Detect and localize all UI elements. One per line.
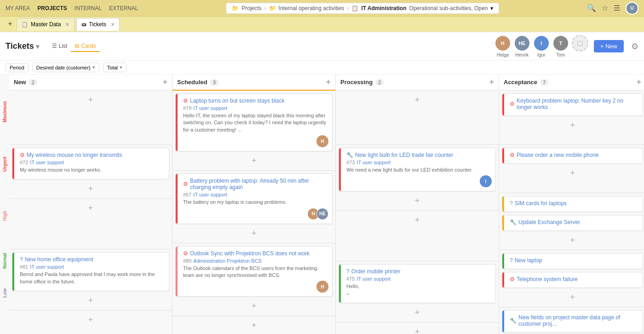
swimlane-labels: Maximum Urgent High Normal Low [0,75,9,334]
kanban-columns: New 2 + + ⚙ My wireless mouse no longer … [9,75,644,334]
add-assignee-button[interactable]: □ [572,35,588,52]
card-wireless-mouse[interactable]: ⚙ My wireless mouse no longer transmits … [12,148,169,179]
add-card-processing-urgent[interactable]: + [339,194,496,207]
add-card-acceptance-high[interactable]: + [502,234,643,247]
cell-acceptance-high: ? SIM cards for laptops 🔧 Update Exchang… [499,193,644,250]
tab-tickets[interactable]: 🎟 Tickets × [76,18,120,31]
column-processing: Processing 2 + + 🔧 New light bulb for LE… [336,75,499,334]
card-title: ⚙ Outlook Sync with Projektron BCS does … [183,250,328,257]
nav-external[interactable]: EXTERNAL [109,5,138,12]
nav-my-area[interactable]: MY AREA [6,5,30,12]
card-body: The Outlook calendars of the BCS users f… [183,265,328,279]
card-mobile-printer[interactable]: ? Order mobile printer #75 IT user suppo… [339,264,496,303]
priority-bar [176,174,178,223]
add-card-acceptance-normal[interactable]: + [502,291,643,304]
nav-internal[interactable]: INTERNAL [75,5,102,12]
avatar-henrik[interactable]: HE Henrik [514,35,530,58]
col-processing-add[interactable]: + [489,77,494,87]
avatar-helga[interactable]: H Helga [494,35,511,58]
add-card-new-urgent[interactable]: + [12,182,169,196]
breadcrumb-projects[interactable]: Projects [242,5,261,12]
cell-acceptance-urgent: ⚙ Please order a new mobile phone + [499,145,644,193]
card-title: ⚙ Please order a new mobile phone [510,152,639,158]
card-title: ? New laptop [510,257,639,264]
filter-settings-button[interactable]: ⚙ [631,41,638,52]
tab-add-button[interactable]: + [4,18,17,31]
add-card-new-low[interactable]: + [12,313,169,327]
add-card-scheduled-maximum[interactable]: + [175,154,333,167]
breadcrumb-internal[interactable]: Internal operating activities [279,5,345,12]
card-title-icon: ? [20,256,23,263]
card-outlook-sync[interactable]: ⚙ Outlook Sync with Projektron BCS does … [175,246,333,297]
breadcrumb-current[interactable]: IT Administration [361,5,406,12]
filter-period[interactable]: Period [6,63,29,72]
user-avatar[interactable]: U [626,2,638,15]
card-exchange-server[interactable]: 🔧 Update Exchange Server [502,215,643,231]
col-acceptance-count: 7 [540,79,548,86]
add-card-processing-high[interactable]: + [339,213,496,227]
add-card-scheduled-urgent[interactable]: + [175,227,333,240]
tab-master-data-close[interactable]: × [65,21,69,28]
avatar-igor[interactable]: I Igor [533,35,550,58]
add-card-scheduled-normal[interactable]: + [175,319,333,332]
card-keyboard-problem[interactable]: ⚙ Keyboard problem laptop: Number key 2 … [502,93,643,116]
filter-row: Period Desired date (customer) ▾ Total ▾ [0,61,644,75]
col-acceptance-add[interactable]: + [636,77,641,87]
card-sim-cards[interactable]: ? SIM cards for laptops [502,196,643,212]
new-button[interactable]: + New [594,40,624,52]
menu-icon[interactable]: ☰ [614,4,620,12]
cards-view-button[interactable]: ⊞ Cards [71,41,99,52]
card-title-icon: ⚙ [183,181,188,187]
add-card-scheduled-high[interactable]: + [175,299,333,313]
card-new-laptop[interactable]: ? New laptop [502,253,643,269]
col-new-count: 2 [29,79,37,86]
card-telephone-failure[interactable]: ⚙ Telephone system failure [502,272,643,288]
title-dropdown-arrow[interactable]: ▾ [36,43,39,50]
tab-bar: + 📋 Master Data × 🎟 Tickets × [0,17,644,32]
filter-total[interactable]: Total ▾ [103,63,126,72]
card-avatar: H [316,281,328,293]
nav-projects[interactable]: PROJECTS [37,5,67,12]
filter-desired-date[interactable]: Desired date (customer) ▾ [32,63,99,72]
list-view-button[interactable]: ☰ List [48,41,71,52]
card-subtitle: #75 IT user support [346,276,492,282]
card-title: ⚙ My wireless mouse no longer transmits [20,152,165,158]
card-laptop-screen[interactable]: ⚙ Laptop turns on but screen stays black… [175,93,333,151]
tab-master-data-icon: 📋 [22,22,28,28]
card-battery-problem[interactable]: ⚙ Battery problem with laptop: Already 5… [175,173,333,224]
add-card-processing-maximum[interactable]: + [339,93,496,107]
add-card-processing-low[interactable]: + [339,325,496,334]
col-new-add[interactable]: + [162,77,167,87]
breadcrumb-bar: 📁 Projects › 📁 Internal operating activi… [226,3,499,14]
priority-bar [12,253,14,291]
card-new-fields[interactable]: 🔧 New fields on project master data page… [502,310,643,333]
card-light-bulb[interactable]: 🔧 New light bulb for LED trade fair coun… [339,148,496,191]
add-card-new-high[interactable]: + [12,202,169,215]
add-card-acceptance-maximum[interactable]: + [502,119,643,132]
card-avatar: H [316,135,328,147]
search-icon[interactable]: 🔍 [587,4,596,12]
card-footer: H HE [183,208,328,220]
breadcrumb-icon3: 📋 [351,5,358,12]
card-content: ⚙ Please order a new mobile phone [510,152,639,158]
tab-tickets-close[interactable]: × [111,21,115,28]
star-icon[interactable]: ☆ [602,4,608,12]
add-card-acceptance-urgent[interactable]: + [502,167,643,180]
col-scheduled-add[interactable]: + [326,77,331,87]
card-title-icon: ⚙ [510,152,515,158]
add-card-new-maximum[interactable]: + [12,93,169,107]
page-title: Tickets ▾ [6,41,39,51]
card-home-office[interactable]: ? New home office equipment #81 IT user … [12,252,169,291]
card-body: Hello IT, the screen of my laptop stayed… [183,112,328,133]
filter-total-arrow: ▾ [120,64,122,70]
add-card-new-normal[interactable]: + [12,294,169,307]
col-header-new: New 2 + [9,75,172,91]
card-footer: H [183,281,328,293]
card-title-icon: 🔧 [510,317,517,324]
tab-master-data[interactable]: 📋 Master Data × [17,18,75,31]
col-header-scheduled: Scheduled 3 + [172,75,335,91]
card-new-mobile-phone[interactable]: ⚙ Please order a new mobile phone [502,148,643,164]
card-avatar-igor: I [480,175,492,187]
avatar-tom[interactable]: T Tom [552,35,569,58]
add-card-processing-normal[interactable]: + [339,306,496,319]
